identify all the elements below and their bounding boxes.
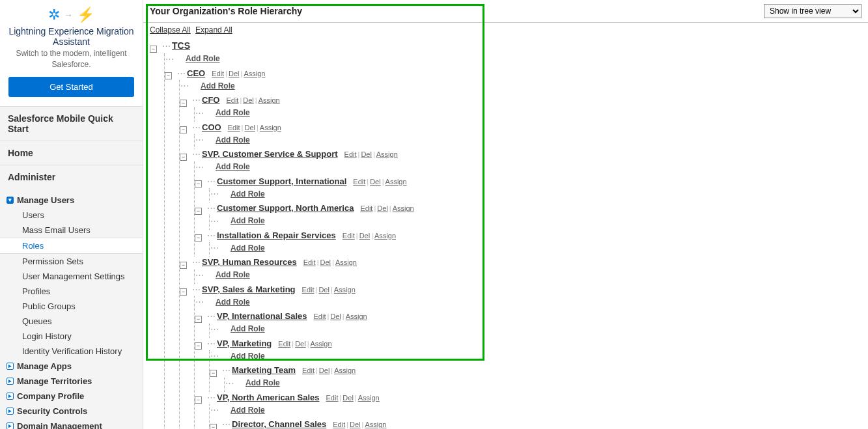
del-link[interactable]: Del xyxy=(244,124,255,131)
del-link[interactable]: Del xyxy=(377,204,388,212)
edit-link[interactable]: Edit xyxy=(313,312,326,320)
edit-link[interactable]: Edit xyxy=(228,124,240,131)
tree-toggle-icon[interactable]: − xyxy=(195,208,202,215)
sidebar-mobile-quickstart[interactable]: Salesforce Mobile Quick Start xyxy=(0,107,143,141)
edit-link[interactable]: Edit xyxy=(326,394,339,402)
role-link[interactable]: Customer Support, North America xyxy=(217,203,354,213)
del-link[interactable]: Del xyxy=(229,70,240,77)
edit-link[interactable]: Edit xyxy=(343,232,355,240)
role-link[interactable]: VP, North American Sales xyxy=(217,393,320,402)
assign-link[interactable]: Assign xyxy=(311,340,332,348)
nav-manage-users[interactable]: ▾ Manage Users xyxy=(0,193,143,208)
role-link[interactable]: TCS xyxy=(172,40,190,51)
nav-child-mass-email-users[interactable]: Mass Email Users xyxy=(0,223,143,238)
role-link[interactable]: Installation & Repair Services xyxy=(217,230,336,240)
assign-link[interactable]: Assign xyxy=(376,150,398,158)
edit-link[interactable]: Edit xyxy=(302,367,315,374)
del-link[interactable]: Del xyxy=(318,286,329,294)
add-role-link[interactable]: Add Role xyxy=(245,378,280,387)
tree-toggle-icon[interactable]: − xyxy=(195,316,202,323)
add-role-link[interactable]: Add Role xyxy=(231,406,265,415)
tree-toggle-icon[interactable]: − xyxy=(180,288,187,296)
tree-toggle-icon[interactable]: − xyxy=(210,424,217,430)
edit-link[interactable]: Edit xyxy=(303,258,316,266)
nav-manage-apps[interactable]: ▸Manage Apps xyxy=(0,359,143,374)
get-started-button[interactable]: Get Started xyxy=(8,77,134,97)
assign-link[interactable]: Assign xyxy=(335,258,357,266)
tree-toggle-icon[interactable]: − xyxy=(195,342,202,350)
add-role-link[interactable]: Add Role xyxy=(231,189,265,199)
add-role-link[interactable]: Add Role xyxy=(231,352,265,361)
nav-child-user-management-settings[interactable]: User Management Settings xyxy=(0,269,143,284)
assign-link[interactable]: Assign xyxy=(374,232,396,240)
view-mode-select[interactable]: Show in tree view xyxy=(764,4,861,18)
edit-link[interactable]: Edit xyxy=(302,286,315,294)
add-role-link[interactable]: Add Role xyxy=(216,298,250,307)
nav-child-queues[interactable]: Queues xyxy=(0,314,143,329)
add-role-link[interactable]: Add Role xyxy=(231,243,265,253)
tree-toggle-icon[interactable]: − xyxy=(150,46,157,53)
nav-child-roles[interactable]: Roles xyxy=(0,238,143,254)
assign-link[interactable]: Assign xyxy=(334,286,356,294)
add-role-link[interactable]: Add Role xyxy=(216,135,250,145)
edit-link[interactable]: Edit xyxy=(226,96,238,104)
role-link[interactable]: Marketing Team xyxy=(232,365,296,375)
nav-child-public-groups[interactable]: Public Groups xyxy=(0,299,143,314)
nav-security-controls[interactable]: ▸Security Controls xyxy=(0,404,143,419)
edit-link[interactable]: Edit xyxy=(353,178,365,186)
nav-child-permission-sets[interactable]: Permission Sets xyxy=(0,254,143,269)
add-role-link[interactable]: Add Role xyxy=(231,216,265,225)
del-link[interactable]: Del xyxy=(319,367,330,374)
edit-link[interactable]: Edit xyxy=(212,70,224,77)
role-link[interactable]: COO xyxy=(202,122,221,132)
add-role-link[interactable]: Add Role xyxy=(201,81,235,90)
nav-child-login-history[interactable]: Login History xyxy=(0,329,143,344)
tree-toggle-icon[interactable]: − xyxy=(180,154,187,161)
role-link[interactable]: Customer Support, International xyxy=(217,176,346,186)
assign-link[interactable]: Assign xyxy=(346,312,367,320)
del-link[interactable]: Del xyxy=(361,150,372,158)
del-link[interactable]: Del xyxy=(330,312,341,320)
assign-link[interactable]: Assign xyxy=(260,124,281,131)
nav-domain-management[interactable]: ▸Domain Management xyxy=(0,419,143,429)
edit-link[interactable]: Edit xyxy=(344,150,357,158)
del-link[interactable]: Del xyxy=(359,232,371,240)
role-link[interactable]: SVP, Customer Service & Support xyxy=(202,149,338,159)
nav-child-identity-verification-history[interactable]: Identity Verification History xyxy=(0,344,143,359)
tree-toggle-icon[interactable]: − xyxy=(195,396,202,404)
del-link[interactable]: Del xyxy=(243,96,254,104)
nav-child-users[interactable]: Users xyxy=(0,208,143,223)
role-link[interactable]: VP, Marketing xyxy=(217,339,272,348)
collapse-all-link[interactable]: Collapse All xyxy=(150,25,191,35)
role-link[interactable]: CFO xyxy=(202,95,219,105)
del-link[interactable]: Del xyxy=(320,258,331,266)
role-link[interactable]: Director, Channel Sales xyxy=(232,419,326,429)
assign-link[interactable]: Assign xyxy=(393,204,414,212)
add-role-link[interactable]: Add Role xyxy=(186,54,220,63)
tree-toggle-icon[interactable]: − xyxy=(180,100,187,107)
add-role-link[interactable]: Add Role xyxy=(231,324,265,333)
sidebar-administer[interactable]: Administer xyxy=(0,165,143,189)
add-role-link[interactable]: Add Role xyxy=(216,162,250,171)
del-link[interactable]: Del xyxy=(343,394,354,402)
role-link[interactable]: CEO xyxy=(187,68,205,78)
edit-link[interactable]: Edit xyxy=(360,204,372,212)
add-role-link[interactable]: Add Role xyxy=(216,108,250,117)
edit-link[interactable]: Edit xyxy=(278,340,290,348)
del-link[interactable]: Del xyxy=(350,421,361,428)
tree-toggle-icon[interactable]: − xyxy=(165,72,172,79)
assign-link[interactable]: Assign xyxy=(385,178,407,186)
nav-manage-territories[interactable]: ▸Manage Territories xyxy=(0,374,143,389)
sidebar-home[interactable]: Home xyxy=(0,141,143,165)
assign-link[interactable]: Assign xyxy=(244,70,265,77)
expand-all-link[interactable]: Expand All xyxy=(195,25,232,35)
edit-link[interactable]: Edit xyxy=(333,421,345,428)
nav-child-profiles[interactable]: Profiles xyxy=(0,284,143,299)
del-link[interactable]: Del xyxy=(295,340,306,348)
role-link[interactable]: SVP, Human Resources xyxy=(202,257,297,267)
add-role-link[interactable]: Add Role xyxy=(216,270,250,279)
nav-company-profile[interactable]: ▸Company Profile xyxy=(0,389,143,404)
assign-link[interactable]: Assign xyxy=(365,421,386,428)
assign-link[interactable]: Assign xyxy=(259,96,280,104)
assign-link[interactable]: Assign xyxy=(358,394,380,402)
